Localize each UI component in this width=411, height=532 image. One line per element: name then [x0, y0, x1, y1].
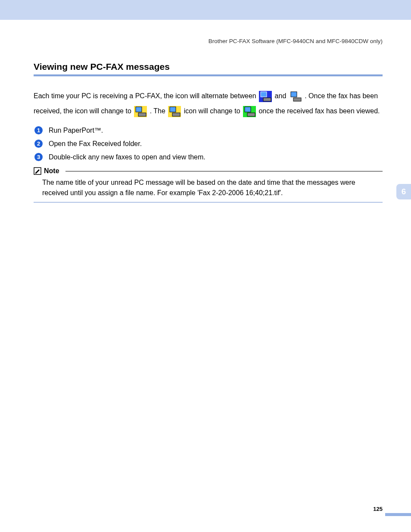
step-item: 1 Run PaperPort™.: [34, 126, 383, 134]
intro-text-2: and: [275, 92, 288, 100]
chapter-tab: 6: [396, 184, 411, 199]
page-accent-bar: [385, 513, 411, 516]
running-header: Brother PC-FAX Software (MFC-9440CN and …: [34, 38, 383, 44]
intro-text-5: icon will change to: [184, 107, 242, 115]
intro-text-1: Each time your PC is receiving a PC-FAX,…: [34, 92, 258, 100]
note-block: Note The name title of your unread PC me…: [34, 167, 383, 202]
section-title: Viewing new PC-FAX messages: [34, 62, 383, 72]
step-list: 1 Run PaperPort™. 2 Open the Fax Receive…: [34, 126, 383, 161]
svg-rect-5: [293, 98, 301, 101]
note-label: Note: [44, 167, 59, 175]
intro-text-6: once the received fax has been viewed.: [258, 107, 380, 115]
fax-receiving-blue-icon: [259, 91, 272, 102]
svg-rect-4: [291, 92, 297, 97]
fax-received-yellow-icon: [134, 106, 147, 117]
note-icon: [34, 167, 41, 175]
step-text: Open the Fax Received folder.: [49, 140, 142, 148]
note-body: The name title of your unread PC message…: [34, 175, 383, 202]
note-rule: [65, 171, 383, 171]
svg-rect-14: [247, 113, 255, 116]
svg-rect-2: [263, 98, 271, 101]
fax-receiving-gray-icon: [289, 91, 302, 102]
fax-viewed-green-icon: [243, 106, 256, 117]
step-item: 2 Open the Fax Received folder.: [34, 140, 383, 148]
title-underline: [34, 75, 383, 76]
step-number-icon: 1: [34, 126, 43, 134]
page-number: 125: [373, 506, 383, 512]
svg-rect-11: [172, 113, 180, 116]
step-number-icon: 3: [34, 153, 43, 161]
step-item: 3 Double-click any new faxes to open and…: [34, 153, 383, 161]
svg-rect-8: [138, 113, 146, 116]
svg-rect-13: [245, 107, 251, 112]
note-heading: Note: [34, 167, 383, 175]
page-content: Brother PC-FAX Software (MFC-9440CN and …: [0, 20, 411, 202]
step-text: Double-click any new faxes to open and v…: [49, 153, 206, 161]
svg-rect-10: [170, 107, 176, 112]
step-text: Run PaperPort™.: [49, 127, 103, 134]
step-number-icon: 2: [34, 140, 43, 148]
top-accent-bar: [0, 0, 411, 20]
intro-paragraph: Each time your PC is receiving a PC-FAX,…: [34, 88, 383, 118]
svg-rect-7: [136, 107, 142, 112]
intro-text-4: . The: [150, 107, 168, 115]
svg-rect-1: [261, 92, 267, 97]
fax-unread-yellow-icon: [168, 106, 181, 117]
